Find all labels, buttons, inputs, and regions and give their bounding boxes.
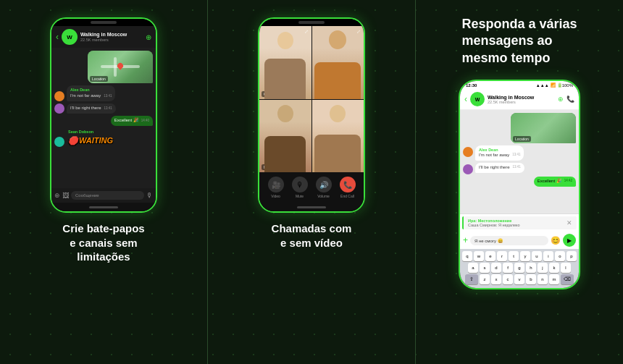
keyboard: q w e r t y u i o p a s d f g h (460, 249, 579, 288)
map-road-v (114, 57, 117, 77)
vc-mute-btn[interactable]: 🎙 Mute (292, 177, 308, 198)
p3-msg-excellent: Excellent 🎉 14:42 (463, 177, 576, 187)
key-a[interactable]: a (468, 263, 478, 273)
notch-bar-1 (91, 21, 117, 24)
video-cell-emily: Emily (312, 100, 364, 173)
reply-ref-preview: Я недалеко (498, 223, 520, 227)
key-l[interactable]: l (561, 263, 571, 273)
phone-mock-1: ‹ W Walking in Moscow 22.5K members ⊕ (50, 17, 157, 213)
key-o[interactable]: o (555, 251, 565, 261)
mic-icon[interactable]: 🎙 (146, 192, 153, 199)
p3-time-anon2: 13:41 (513, 165, 521, 169)
key-h[interactable]: h (526, 263, 536, 273)
key-u[interactable]: u (532, 251, 542, 261)
home-bar-1 (89, 206, 118, 208)
message-row-sticker: Sean Dobson 🛑WAITING (54, 128, 153, 147)
key-m[interactable]: m (549, 274, 559, 284)
message-input-1[interactable]: Сообщение (71, 191, 144, 200)
key-v[interactable]: v (514, 274, 524, 284)
add-member-icon[interactable]: ⊕ (146, 33, 151, 41)
attach-icon[interactable]: ⊕ (54, 192, 60, 199)
key-q[interactable]: q (462, 251, 472, 261)
message-row-alex: Alex Dean I'm not far away 13:41 (54, 85, 153, 101)
key-j[interactable]: j (538, 263, 548, 273)
key-s[interactable]: s (480, 263, 490, 273)
wifi-icon: 📶 (551, 82, 556, 88)
reply-input-text[interactable]: Я не смогу 😄 (474, 238, 544, 243)
time-excellent: 14:40 (141, 119, 149, 123)
vc-volume-btn[interactable]: 🔊 Volume (316, 177, 332, 198)
key-shift[interactable]: ⇧ (465, 274, 478, 284)
keyboard-row-2: a s d f g h j k l (461, 263, 577, 273)
key-g[interactable]: g (514, 263, 524, 273)
vc-video-label: Video (271, 194, 280, 198)
chat-input-bar-1: ⊕ 🖼 Сообщение 🎙 (51, 188, 156, 203)
reply-text-field[interactable]: Я не смогу 😄 (470, 236, 548, 245)
reply-compose: Ира: Местоположение Саша Смирнов: Я неда… (460, 213, 579, 249)
key-f[interactable]: f (503, 263, 513, 273)
panel-3: Responda a váriasmensagens aomesmo tempo… (416, 0, 623, 364)
reply-ref-sender: Саша Смирнов: Я недалеко (468, 223, 566, 227)
bubble-sticker: Sean Dobson 🛑WAITING (67, 128, 114, 147)
key-y[interactable]: y (520, 251, 530, 261)
panel3-heading: Responda a váriasmensagens aomesmo tempo (461, 16, 577, 67)
reply-emoji-icon[interactable]: 😊 (551, 236, 561, 245)
video-cell-sean: ⤢ Sean (312, 26, 364, 99)
phone-mock-2: ⤢ Caroline ⤢ Sean Me (258, 17, 365, 213)
status-icons: ▲▲▲ 📶 🔋100% (536, 82, 573, 88)
map-bubble: Location (88, 51, 153, 83)
vc-video-btn[interactable]: 🎥 Video (268, 177, 284, 198)
bubble-excellent: Excellent 🎉 14:40 (111, 116, 153, 126)
key-t[interactable]: t (509, 251, 519, 261)
sticker-stop-icon: 🛑 (68, 135, 78, 145)
back-arrow-icon[interactable]: ‹ (56, 32, 59, 42)
key-d[interactable]: d (491, 263, 501, 273)
map-label: Location (90, 76, 108, 82)
key-z[interactable]: z (480, 274, 490, 284)
message-row-excellent: Excellent 🎉 14:40 (54, 116, 153, 126)
key-p[interactable]: p (566, 251, 577, 261)
status-bar-3: 12:30 ▲▲▲ 📶 🔋100% (460, 81, 579, 89)
group-name-1: Walking in Moscow (80, 32, 143, 38)
key-i[interactable]: i (543, 251, 553, 261)
reply-send-btn[interactable]: ▶ (563, 234, 576, 247)
video-cell-caroline: ⤢ Caroline (259, 26, 312, 99)
video-cell-me: Me (259, 100, 312, 173)
caption-2: Chamadas come sem vídeo (272, 221, 352, 250)
p3-chat-body: Location Alex Dean I'm not far away 13:4… (460, 110, 579, 213)
vc-volume-icon: 🔊 (316, 177, 332, 192)
key-n[interactable]: n (538, 274, 548, 284)
vc-video-icon: 🎥 (268, 177, 284, 192)
home-bar-2 (297, 206, 326, 208)
p3-call-icon[interactable]: 📞 (566, 96, 574, 103)
phone-bottom-2 (259, 203, 364, 211)
key-b[interactable]: b (526, 274, 536, 284)
p3-msg-alex: Alex Dean I'm not far away 13:41 (463, 145, 576, 161)
panel-2: ⤢ Caroline ⤢ Sean Me (208, 0, 415, 364)
key-x[interactable]: x (491, 274, 501, 284)
p3-back-icon[interactable]: ‹ (464, 94, 467, 104)
video-grid: ⤢ Caroline ⤢ Sean Me (259, 26, 364, 172)
key-r[interactable]: r (497, 251, 507, 261)
sender-sean: Sean Dobson (68, 130, 113, 135)
reply-close-icon[interactable]: ✕ (566, 219, 572, 227)
p3-map-bg: Location (511, 113, 576, 143)
sticker-waiting: 🛑WAITING (68, 135, 113, 145)
signal-icon: ▲▲▲ (536, 83, 549, 88)
reply-input-row: + Я не смогу 😄 😊 ▶ (460, 232, 579, 249)
key-k[interactable]: k (549, 263, 559, 273)
p3-group-members: 22.5K members (488, 100, 555, 104)
vc-endcall-btn[interactable]: 📞 End Call (340, 177, 356, 198)
reply-plus-icon[interactable]: + (463, 235, 468, 245)
media-icon[interactable]: 🖼 (62, 192, 69, 199)
group-members-1: 22.5K members (80, 38, 143, 42)
p3-add-icon[interactable]: ⊕ (558, 96, 564, 103)
video-controls: 🎥 Video 🎙 Mute 🔊 Volume 📞 End Call (259, 172, 364, 203)
key-backspace[interactable]: ⌫ (561, 274, 574, 284)
keyboard-row-3: ⇧ z x c v b n m ⌫ (461, 274, 577, 284)
phone-notch-2 (259, 19, 364, 26)
key-c[interactable]: c (503, 274, 513, 284)
vc-endcall-label: End Call (340, 194, 354, 198)
key-w[interactable]: w (474, 251, 484, 261)
key-e[interactable]: e (485, 251, 496, 261)
